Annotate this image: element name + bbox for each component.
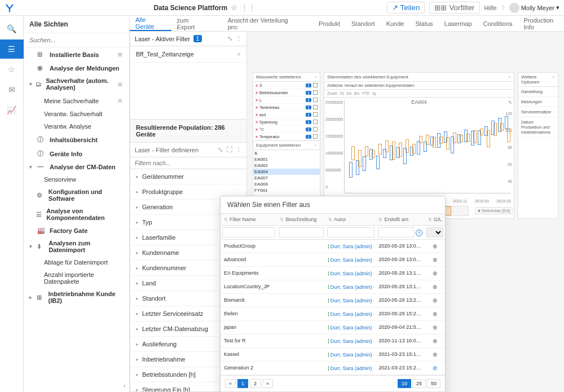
tab-item[interactable]: Lasermap [439,16,478,31]
more-icon[interactable]: ⋮ [236,35,242,42]
tab-item[interactable]: Status [409,16,438,31]
more-icon[interactable]: ⋮ [236,146,242,153]
user-menu[interactable]: Molly Meyer ▾ [509,3,559,13]
sidebar-item[interactable]: ⓘInhaltsübersicht [24,133,129,147]
list-icon[interactable]: ☰ [0,39,24,59]
expand-icon[interactable]: ⛶ [226,146,232,153]
sidebar-item[interactable]: ⊞Installierte Basis★ [24,47,129,61]
prefilter-button[interactable]: ⊞⊞ Vorfilter [429,2,479,14]
info-icon[interactable]: i [416,230,422,236]
minimize-icon[interactable]: − [314,143,317,148]
equipment-item[interactable]: EA008 [253,181,320,187]
sidebar-item[interactable]: ▸⊞Inbetriebnahme Kunde (IB2) [24,288,129,307]
page-last[interactable]: » [262,379,273,388]
option-item[interactable]: Meldungen [518,97,558,107]
messwert-item[interactable]: ×Temperatur1 [253,133,320,140]
table-row[interactable]: Test for RDurr, Sara (admin)2020-11-13 1… [221,334,445,348]
equipment-item[interactable]: EA004 [253,169,320,175]
messwert-item[interactable]: ×Betriebsstunden1 [253,89,320,96]
table-row[interactable]: KasselDurr, Sara (admin)2021-03-23 15:16… [221,348,445,362]
pagesize-25[interactable]: 25 [412,379,426,388]
sidebar-item[interactable]: ▾〰Analyse der CM-Daten [24,161,129,173]
chart-body[interactable]: EA004 × 25000000 20000000 15000000 10000… [324,98,514,205]
equipment-item[interactable]: FY001 [253,187,320,193]
messwert-item[interactable]: ×Tankniveau1 [253,104,320,111]
compress-icon[interactable]: ⤡ [218,146,223,153]
tab-alle-geraete[interactable]: Alle Geräte [130,16,171,31]
close-icon[interactable]: × [237,51,241,58]
zoom-ytd[interactable]: YTD [362,91,369,95]
messwert-item[interactable]: ×L1 [253,96,320,104]
sidebar-item[interactable]: Meine Sachverhalte★ [24,94,129,108]
option-item[interactable]: Serviceeinsätze [518,107,558,117]
filter-autor-input[interactable] [327,227,374,237]
sidebar-item[interactable]: ▾⬇Analysen zum Datenimport [24,237,129,256]
page-first[interactable]: « [225,379,236,388]
help-link[interactable]: Hilfe [484,5,497,11]
sidebar-search-input[interactable] [29,37,124,43]
table-row[interactable]: Generation 2Durr, Sara (admin)2021-03-23… [221,362,445,375]
sidebar-item[interactable]: Verantw. Analyse [24,120,129,133]
sidebar-item[interactable]: ⓘGeräte Info [24,147,129,161]
zoom-1m[interactable]: 1m [346,91,352,95]
star-icon[interactable]: ☆ [0,60,24,79]
sidebar-collapse-icon[interactable]: ‹ [124,382,126,389]
compress-icon[interactable]: ⤡ [227,35,232,42]
tab-item[interactable]: Produkt [313,16,346,31]
messwert-item[interactable]: ×S1 [253,82,320,89]
inbox-icon[interactable]: ✉ [0,80,24,99]
chart-icon[interactable]: 📈 [0,100,24,120]
messwert-item[interactable]: ×asd1 [253,111,320,118]
pagesize-50[interactable]: 50 [427,379,440,388]
table-row[interactable]: japanDurr, Sara (admin)2020-09-04 21:58:… [221,321,445,334]
option-item[interactable]: Darstellung [518,87,558,97]
zoom-7d[interactable]: 7d [340,91,344,95]
table-row[interactable]: EA EquipmentsDurr, Sara (admin)2020-05-2… [221,267,445,280]
zoom-6m[interactable]: 6m [354,91,359,95]
minimize-icon[interactable]: − [314,74,317,80]
tab-item[interactable]: Standort [346,16,381,31]
minimize-icon[interactable]: − [508,74,511,80]
tab-item[interactable]: Kunde [381,16,410,31]
filter-category[interactable]: ▸Gerätenummer [130,169,246,184]
page-1[interactable]: 1 [237,379,248,388]
equipment-item[interactable]: & [253,150,320,156]
pagesize-10[interactable]: 10 [398,379,411,388]
tab-item[interactable]: Conditions [478,16,518,31]
star-icon[interactable]: ☆ [231,3,237,12]
sidebar-item[interactable]: Ablage für Datenimport [24,256,129,268]
sidebar-item[interactable]: Verantw. Sachverhalt [24,108,129,120]
filter-search-input[interactable] [135,160,242,166]
option-item[interactable]: Datum Produktion und Inbetriebnahme [518,117,558,138]
minimize-icon[interactable]: − [552,74,555,85]
messwert-item[interactable]: ×Spannung1 [253,118,320,126]
sidebar-item[interactable]: ◉Analyse der Meldungen [24,61,129,74]
tab-item[interactable]: Production Info [518,16,564,31]
app-logo[interactable] [5,3,23,13]
equipment-item[interactable]: EA002 [253,162,320,169]
filter-date-input[interactable] [378,227,414,237]
filter-gl-select[interactable] [426,227,443,237]
sidebar-item[interactable]: Anzahl importierte Datenpakete [24,268,129,288]
table-row[interactable]: BismarckDurr, Sara (admin)2020-05-28 13:… [221,294,445,307]
sidebar-item[interactable]: Sensorview [24,173,129,186]
share-button[interactable]: ↗ Teilen [387,2,425,14]
zoom-1y[interactable]: 1y [372,91,376,95]
messwert-item[interactable]: ×°C1 [253,126,320,133]
sidebar-item[interactable]: 🏭Factory Gate [24,224,129,237]
table-row[interactable]: thelenDurr, Sara (admin)2020-05-28 15:25… [221,307,445,321]
filter-name-input[interactable] [222,227,275,237]
search-icon[interactable]: 🔍 [0,19,24,38]
filter-desc-input[interactable] [279,227,324,237]
equipment-item[interactable]: EA001 [253,156,320,162]
table-row[interactable]: advancedDurr, Sara (admin)2020-05-28 13:… [221,253,445,267]
sidebar-item[interactable]: ☰Analyse von Komponentendaten [24,205,129,224]
equipment-item[interactable]: EA007 [253,175,320,181]
sidebar-item[interactable]: ⚙Konfiguration und Software [24,186,129,205]
menu-icon[interactable]: ⋮⋮ [241,3,255,12]
page-2[interactable]: 2 [250,379,261,388]
table-row[interactable]: ProductGroupDurr, Sara (admin)2020-05-28… [221,240,445,253]
tab-zum-export[interactable]: zum Export [171,16,213,31]
table-row[interactable]: LocationCountry_JPDurr, Sara (admin)2020… [221,280,445,294]
sidebar-item[interactable]: ▾🗂Sachverhalte (autom. Analysen)★ [24,74,129,94]
